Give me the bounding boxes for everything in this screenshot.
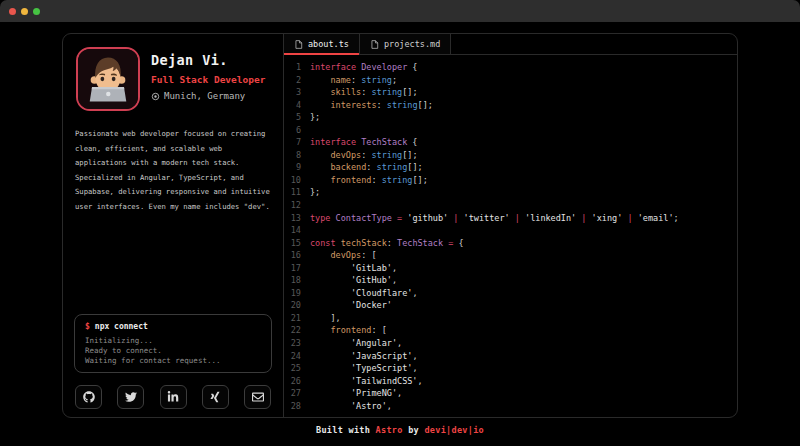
tab-label: projects.md [384,39,440,49]
line-number: 9 [284,161,310,174]
line-number: 6 [284,124,310,137]
terminal-command: npx connect [95,322,148,331]
code-line-content: devOps: string[]; [310,149,418,162]
file-icon [370,40,379,49]
tab-projects-md[interactable]: projects.md [360,34,451,54]
code-editor: about.ts projects.md 1interface Develope… [284,34,737,417]
close-window-button[interactable] [9,8,16,15]
terminal-output-line: Waiting for contact request... [85,356,261,366]
code-line: 21 ], [284,312,737,325]
footer-framework: Astro [376,425,403,435]
github-link[interactable] [75,385,102,409]
terminal-output-line: Ready to connect. [85,346,261,356]
code-line: 28 'Astro', [284,400,737,413]
line-number: 11 [284,186,310,199]
editor-tab-bar: about.ts projects.md [284,34,737,55]
code-line: 27 'PrimeNG', [284,387,737,400]
code-line-content: 'GitHub', [310,274,397,287]
profile-header: Dejan Vi. Full Stack Developer Munich, G… [63,34,283,111]
memoji-avatar-image [78,49,138,109]
code-line: 25 'TypeScript', [284,362,737,375]
code-line: 7interface TechStack { [284,136,737,149]
email-icon [252,391,264,403]
code-line: 2 name: string; [284,74,737,87]
terminal-output-line: Initializing... [85,336,261,346]
line-number: 4 [284,99,310,112]
code-line: 12 [284,199,737,212]
location-icon [151,92,160,101]
twitter-icon [125,391,137,403]
code-line: 20 'Docker' [284,299,737,312]
code-line: 4 interests: string[]; [284,99,737,112]
tab-about-ts[interactable]: about.ts [284,34,360,54]
xing-link[interactable] [202,385,229,409]
zoom-window-button[interactable] [33,8,40,15]
code-line: 15const techStack: TechStack = { [284,237,737,250]
code-line: 17 'GitLab', [284,262,737,275]
email-link[interactable] [244,385,271,409]
code-line-content: devOps: [ [310,249,377,262]
line-number: 26 [284,375,310,388]
portfolio-card: Dejan Vi. Full Stack Developer Munich, G… [62,33,738,418]
terminal-command-line: $npx connect [85,322,261,331]
linkedin-link[interactable] [160,385,187,409]
line-number: 12 [284,199,310,212]
profile-info: Dejan Vi. Full Stack Developer Munich, G… [151,47,265,111]
terminal-widget: $npx connect Initializing... Ready to co… [74,314,272,373]
code-line: 24 'JavaScript', [284,350,737,363]
line-number: 28 [284,400,310,413]
line-number: 3 [284,86,310,99]
code-line-content: 'Astro', [310,400,392,413]
line-number: 7 [284,136,310,149]
bio-text: Passionate web developer focused on crea… [63,127,283,214]
minimize-window-button[interactable] [21,8,28,15]
window-titlebar [0,0,800,22]
code-line: 22 frontend: [ [284,324,737,337]
code-line: 3 skills: string[]; [284,86,737,99]
file-icon [294,40,303,49]
line-number: 22 [284,324,310,337]
code-line-content: ], [310,312,341,325]
site-footer: Built with Astro by devi|dev|io [0,425,800,435]
code-line-content: 'Docker' [310,299,392,312]
profile-location: Munich, Germany [151,91,265,101]
code-line: 8 devOps: string[]; [284,149,737,162]
code-line: 16 devOps: [ [284,249,737,262]
code-line-content: 'TypeScript', [310,362,418,375]
code-line: 14 [284,224,737,237]
line-number: 20 [284,299,310,312]
tab-label: about.ts [308,39,349,49]
location-text: Munich, Germany [164,91,245,101]
terminal-prompt: $ [85,322,90,331]
terminal-output: Initializing... Ready to connect. Waitin… [85,336,261,366]
line-number: 17 [284,262,310,275]
code-line: 19 'Cloudflare', [284,287,737,300]
line-number: 23 [284,337,310,350]
avatar [76,47,140,111]
left-panel-spacer [63,214,283,314]
code-line-content: frontend: [ [310,324,387,337]
twitter-link[interactable] [117,385,144,409]
code-line-content: frontend: string[]; [310,174,428,187]
code-line-content: 'Cloudflare', [310,287,418,300]
code-line-content: name: string; [310,74,397,87]
line-number: 1 [284,61,310,74]
code-line-content: }; [310,186,320,199]
code-line-content: type ContactType = 'github' | 'twitter' … [310,212,679,225]
footer-by: by [408,425,419,435]
code-line: 1interface Developer { [284,61,737,74]
line-number: 19 [284,287,310,300]
code-line: 13type ContactType = 'github' | 'twitter… [284,212,737,225]
footer-built-with: Built with [316,425,370,435]
code-line-content: interface TechStack { [310,136,418,149]
code-line-content: skills: string[]; [310,86,418,99]
footer-brand-link[interactable]: devi|dev|io [424,425,484,435]
line-number: 8 [284,149,310,162]
code-line-content: }; [310,111,320,124]
xing-icon [209,391,221,403]
code-line: 5}; [284,111,737,124]
code-line: 26 'TailwindCSS', [284,375,737,388]
code-line-content: 'PrimeNG', [310,387,402,400]
code-line: 10 frontend: string[]; [284,174,737,187]
code-line-content: 'Angular', [310,337,402,350]
